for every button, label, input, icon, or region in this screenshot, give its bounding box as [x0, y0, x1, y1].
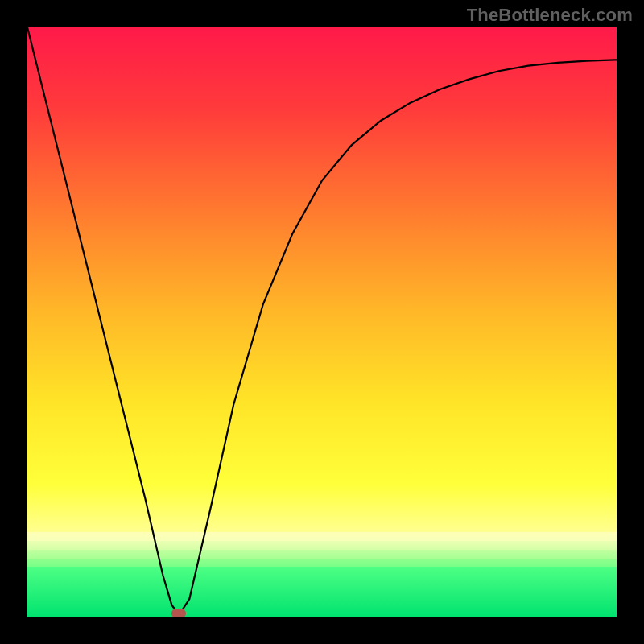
plot-area	[27, 27, 617, 617]
chart-frame: TheBottleneck.com	[0, 0, 644, 644]
optimal-point-marker	[171, 609, 186, 617]
watermark-text: TheBottleneck.com	[467, 5, 633, 26]
bottleneck-curve	[27, 27, 617, 617]
